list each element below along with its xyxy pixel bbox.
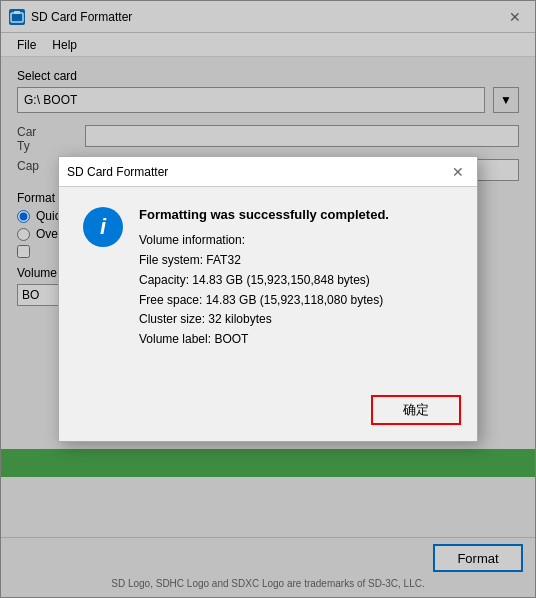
info-icon: i: [83, 207, 123, 247]
file-system-line: File system: FAT32: [139, 252, 453, 269]
free-space-line: Free space: 14.83 GB (15,923,118,080 byt…: [139, 292, 453, 309]
modal-body: i Formatting was successfully completed.…: [59, 187, 477, 387]
confirm-button[interactable]: 确定: [371, 395, 461, 425]
volume-label-line: Volume label: BOOT: [139, 331, 453, 348]
modal-footer: 确定: [59, 387, 477, 441]
modal-overlay: SD Card Formatter ✕ i Formatting was suc…: [0, 0, 536, 598]
main-window: SD Card Formatter ✕ File Help Select car…: [0, 0, 536, 598]
volume-info-label: Volume information:: [139, 232, 453, 249]
modal-success-text: Formatting was successfully completed.: [139, 207, 453, 222]
modal-dialog: SD Card Formatter ✕ i Formatting was suc…: [58, 156, 478, 442]
cluster-size-line: Cluster size: 32 kilobytes: [139, 311, 453, 328]
modal-message-row: i Formatting was successfully completed.…: [83, 207, 453, 351]
modal-title-bar: SD Card Formatter ✕: [59, 157, 477, 187]
modal-close-button[interactable]: ✕: [447, 161, 469, 183]
modal-text-content: Formatting was successfully completed. V…: [139, 207, 453, 351]
modal-title: SD Card Formatter: [67, 165, 447, 179]
capacity-line: Capacity: 14.83 GB (15,923,150,848 bytes…: [139, 272, 453, 289]
